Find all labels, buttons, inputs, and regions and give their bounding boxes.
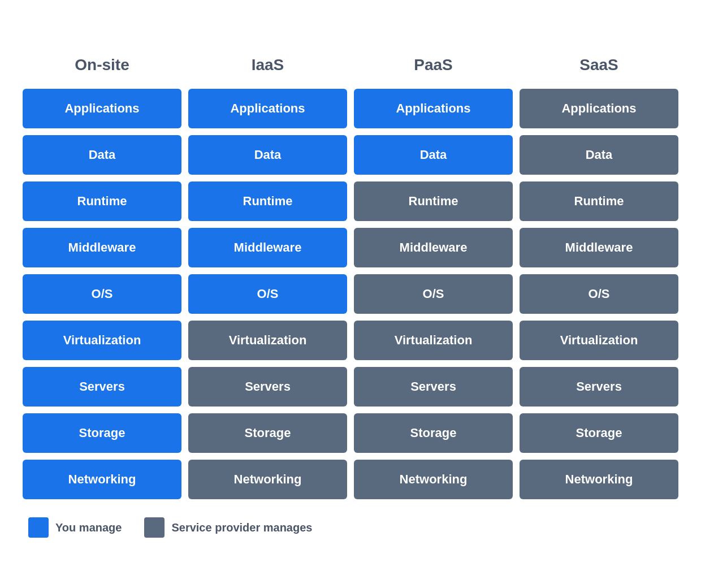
cell-row3-col2: Middleware [354, 228, 513, 267]
cell-row4-col3: O/S [520, 274, 678, 314]
cell-row0-col3: Applications [520, 89, 678, 128]
cell-row1-col3: Data [520, 135, 678, 175]
cell-row0-col1: Applications [188, 89, 347, 128]
legend-provider-manages: Service provider manages [144, 517, 312, 538]
cell-row8-col2: Networking [354, 460, 513, 499]
cell-row1-col2: Data [354, 135, 513, 175]
legend-gray-box [144, 517, 165, 538]
comparison-grid: ApplicationsApplicationsApplicationsAppl… [23, 89, 678, 499]
legend-blue-box [28, 517, 49, 538]
col-header-onsite: On-site [23, 50, 181, 80]
cell-row8-col3: Networking [520, 460, 678, 499]
cell-row0-col2: Applications [354, 89, 513, 128]
cell-row8-col0: Networking [23, 460, 181, 499]
cell-row6-col1: Servers [188, 367, 347, 407]
cell-row4-col0: O/S [23, 274, 181, 314]
cell-row3-col1: Middleware [188, 228, 347, 267]
cell-row5-col1: Virtualization [188, 321, 347, 360]
legend-you-manage: You manage [28, 517, 122, 538]
cell-row5-col3: Virtualization [520, 321, 678, 360]
legend-provider-manages-label: Service provider manages [171, 521, 312, 534]
cell-row7-col3: Storage [520, 413, 678, 453]
cell-row3-col3: Middleware [520, 228, 678, 267]
cell-row2-col1: Runtime [188, 181, 347, 221]
cell-row5-col0: Virtualization [23, 321, 181, 360]
cell-row7-col0: Storage [23, 413, 181, 453]
cell-row7-col1: Storage [188, 413, 347, 453]
cell-row6-col3: Servers [520, 367, 678, 407]
cell-row8-col1: Networking [188, 460, 347, 499]
col-header-paas: PaaS [354, 50, 513, 80]
cell-row1-col1: Data [188, 135, 347, 175]
cell-row2-col2: Runtime [354, 181, 513, 221]
main-container: On-siteIaaSPaaSSaaS ApplicationsApplicat… [17, 39, 684, 549]
legend: You manage Service provider manages [23, 517, 678, 538]
cell-row4-col1: O/S [188, 274, 347, 314]
cell-row0-col0: Applications [23, 89, 181, 128]
cell-row4-col2: O/S [354, 274, 513, 314]
cell-row7-col2: Storage [354, 413, 513, 453]
cell-row2-col3: Runtime [520, 181, 678, 221]
cell-row5-col2: Virtualization [354, 321, 513, 360]
col-header-saas: SaaS [520, 50, 678, 80]
cell-row6-col2: Servers [354, 367, 513, 407]
cell-row1-col0: Data [23, 135, 181, 175]
cell-row6-col0: Servers [23, 367, 181, 407]
cell-row3-col0: Middleware [23, 228, 181, 267]
col-header-iaas: IaaS [188, 50, 347, 80]
legend-you-manage-label: You manage [55, 521, 122, 534]
cell-row2-col0: Runtime [23, 181, 181, 221]
column-headers: On-siteIaaSPaaSSaaS [23, 50, 678, 80]
